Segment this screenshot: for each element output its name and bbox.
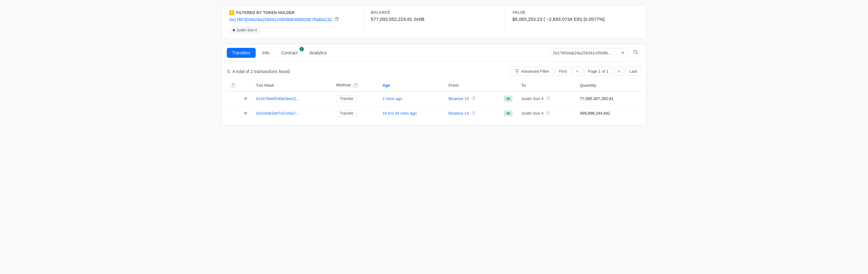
balance-section: BALANCE 577,093,552,224.81 SHIB [364,10,505,34]
main-tabs-card: Transfers Info Contract ✓ Analytics ✕ [221,44,647,126]
advanced-filter-button[interactable]: Advanced Filter [510,67,554,76]
transactions-table: ? Txn Hash Method ? Age [227,80,641,121]
balance-value: 577,093,552,224.81 SHIB [371,17,497,22]
th-method: Method ? [333,80,379,91]
pagination-first-button[interactable]: First [555,67,571,76]
tab-info[interactable]: Info [257,48,275,58]
filter-badge: F FILTERED BY TOKEN HOLDER [229,10,356,15]
quantity-value: 77,095,307,282.81 [580,96,614,101]
page-label: Page 1 of 1 [584,67,613,76]
th-direction [500,80,518,91]
row-eye-button[interactable]: 👁 [243,110,249,117]
value-usd: $6,065,253.23 ( ~2,693.0734 Eth) [0.0577… [512,17,639,22]
copy-from-button[interactable]: 🗍 [471,111,476,116]
pagination-prev-button[interactable]: < [572,67,583,76]
age-text: 16 hrs 34 mins ago [382,111,417,116]
th-from: From [445,80,500,91]
th-quantity: Quantity [576,80,642,91]
txn-hash-link[interactable]: 0x1676de5046e3eec2... [256,96,300,101]
filter-icon [515,69,519,73]
quantity-value: 499,998,244,942 [580,111,611,116]
table-section: ⇅ A total of 2 transactions found Advanc… [222,62,646,125]
tab-analytics[interactable]: Analytics [304,48,332,58]
contract-verified-icon: ✓ [300,47,304,51]
row-to: Justin Sun 4 🗍 [518,91,576,106]
holder-address[interactable]: 0x176F3DAb24a159341c0509bB36B833E7fdd0a1… [229,17,332,22]
tag-dot [233,29,235,31]
pagination-next-button[interactable]: > [614,67,624,76]
age-text: 2 mins ago [382,96,402,101]
row-txn-hash: 0x2c84b2d47c07e6a7... [252,106,333,121]
holder-tag: Justin Sun 4 [229,27,260,34]
row-to: Justin Sun 4 🗍 [518,106,576,121]
txn-hash-link[interactable]: 0x2c84b2d47c07e6a7... [256,111,299,116]
copy-address-button[interactable]: 🗍 [333,17,340,22]
th-to: To [518,80,576,91]
copy-to-button[interactable]: 🗍 [545,96,551,101]
row-from: Binance 14 🗍 [445,106,500,121]
row-from: Binance 14 🗍 [445,91,500,106]
tabs-header: Transfers Info Contract ✓ Analytics ✕ [222,44,646,62]
row-direction: IN [500,91,518,106]
direction-badge: IN [504,110,513,117]
table-toolbar: ⇅ A total of 2 transactions found Advanc… [227,67,641,76]
tab-contract[interactable]: Contract ✓ [276,48,303,58]
to-text: Justin Sun 4 [521,111,544,116]
row-age: 2 mins ago [379,91,445,106]
tab-transfers[interactable]: Transfers [227,48,256,58]
to-text: Justin Sun 4 [521,96,544,101]
total-transactions: ⇅ A total of 2 transactions found [227,69,289,74]
th-txn-hash: Txn Hash [252,80,333,91]
from-link[interactable]: Binance 14 [448,96,469,101]
method-help-icon[interactable]: ? [353,83,358,88]
tab-search-area: ✕ [550,48,641,58]
holder-section: F FILTERED BY TOKEN HOLDER 0x176F3DAb24a… [229,10,364,34]
value-section: VALUE $6,065,253.23 ( ~2,693.0734 Eth) [… [505,10,639,34]
svg-line-1 [637,53,638,54]
copy-to-button[interactable]: 🗍 [545,111,551,116]
row-quantity: 77,095,307,282.81 [576,91,642,106]
table-row: 👁 0x1676de5046e3eec2... Transfer 2 mins … [227,91,641,106]
from-link[interactable]: Binance 14 [448,111,469,116]
table-row: 👁 0x2c84b2d47c07e6a7... Transfer 16 hrs … [227,106,641,121]
copy-from-button[interactable]: 🗍 [471,96,476,101]
search-clear-button[interactable]: ✕ [619,49,627,57]
row-checkbox-cell [227,91,239,106]
method-badge: Transfer [336,95,357,102]
row-eye-button[interactable]: 👁 [243,96,249,102]
th-question-icon[interactable]: ? [230,83,236,88]
row-eye-cell: 👁 [239,91,252,106]
value-label: VALUE [512,10,639,14]
pagination: Advanced Filter First < Page 1 of 1 > La… [510,67,641,76]
search-button[interactable] [630,48,641,58]
th-checkbox: ? [227,80,239,91]
filter-icon: F [229,10,234,15]
balance-label: BALANCE [371,10,497,14]
filtered-label: FILTERED BY TOKEN HOLDER [236,10,295,15]
sort-icon: ⇅ [227,69,230,74]
method-badge: Transfer [336,110,357,117]
row-checkbox-cell [227,106,239,121]
th-age[interactable]: Age [379,80,445,91]
token-holder-card: F FILTERED BY TOKEN HOLDER 0x176F3DAb24a… [221,5,647,39]
search-input-wrap: ✕ [550,48,627,58]
search-icon [633,50,638,55]
row-method: Transfer [333,106,379,121]
row-txn-hash: 0x1676de5046e3eec2... [252,91,333,106]
row-age: 16 hrs 34 mins ago [379,106,445,121]
th-eye [239,80,252,91]
table-header-row: ? Txn Hash Method ? Age [227,80,641,91]
pagination-last-button[interactable]: Last [625,67,641,76]
direction-badge: IN [504,96,513,102]
row-method: Transfer [333,91,379,106]
row-quantity: 499,998,244,942 [576,106,642,121]
row-direction: IN [500,106,518,121]
search-input[interactable] [550,49,619,57]
table-body: 👁 0x1676de5046e3eec2... Transfer 2 mins … [227,91,641,121]
row-eye-cell: 👁 [239,106,252,121]
